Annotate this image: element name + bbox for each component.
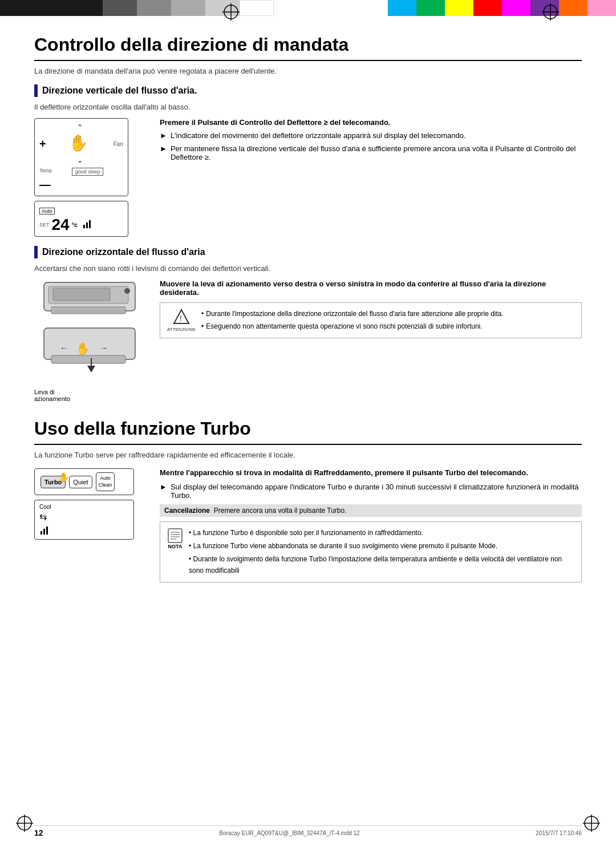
hand-swipe-icon: ✋ (66, 132, 94, 155)
svg-rect-22 (53, 288, 110, 301)
subsection2-content: ← → ✋ Leva di azionamento Muovere la lev… (34, 280, 582, 402)
instruction-text-1: L'indicatore del movimento del deflettor… (171, 131, 466, 140)
section2-intro: La funzione Turbo serve per raffreddare … (34, 451, 582, 459)
subsection1-instructions: Premere il Pulsante di Controllo del Def… (160, 118, 582, 166)
turbo-remote-box: Turbo ✋ Quiet Auto Clean (34, 468, 134, 495)
nota-icon (167, 528, 183, 544)
subsection1-bar (34, 84, 38, 97)
warning-item-2: •Eseguendo non attentamente questa opera… (201, 321, 504, 331)
warning-content: •Durante l'impostazione della direzione … (201, 309, 504, 331)
nota-item-1: • La funzione Turbo è disponibile solo p… (189, 528, 574, 539)
section2-instruction-bold: Mentre l'apparecchio si trova in modalit… (160, 468, 582, 477)
warning-box: ! ATTENZIONE •Durante l'impostazione del… (160, 302, 582, 338)
svg-rect-14 (86, 222, 88, 228)
attenzione-label: ATTENZIONE (167, 327, 196, 332)
quiet-button: Quiet (69, 476, 92, 488)
remote-illustration: + ⌃ ✋ ⌄ Fan Temp good sleep (34, 118, 148, 237)
chevron-down-icon: ⌄ (77, 156, 83, 164)
cool-mode-label: Cool (39, 504, 129, 510)
auto-label: Auto (39, 208, 55, 214)
cancellazione-bar: Cancellazione Premere ancora una volta i… (160, 504, 582, 517)
subsection2-header: Direzione orizzontale del flusso d'aria (34, 246, 582, 258)
file-info: Boracay EUR_AQ09T&U@_IBIM_32447A_IT-4.in… (219, 830, 359, 836)
section2-text-1: Sul display del telecomando appare l'ind… (171, 483, 582, 500)
registration-mark-top-right (542, 3, 559, 21)
arrow-icon-2: ► (160, 144, 167, 153)
good-sleep-badge: good sleep (72, 168, 103, 176)
ac-illustration: ← → ✋ Leva di azionamento (34, 280, 148, 402)
instruction-item-1: ► L'indicatore del movimento del deflett… (160, 131, 582, 140)
subsection1-content: + ⌃ ✋ ⌄ Fan Temp good sleep (34, 118, 582, 237)
svg-text:✋: ✋ (76, 342, 90, 355)
warning-triangle-icon: ! (173, 309, 190, 326)
section2-content: Turbo ✋ Quiet Auto Clean Cool ⇆ (34, 468, 582, 582)
section2-title: Uso della funzione Turbo (34, 418, 582, 445)
instruction-bold-1: Premere il Pulsante di Controllo del Def… (160, 118, 582, 127)
section2-item-1: ► Sul display del telecomando appare l'i… (160, 483, 582, 500)
main-content: Controllo della direzione di mandata La … (34, 23, 582, 819)
nota-item-3: • Durante lo svolgimento della funzione … (189, 554, 574, 576)
section1-intro: La direzione di mandata dell'aria può ve… (34, 67, 582, 75)
page-footer: 12 Boracay EUR_AQ09T&U@_IBIM_32447A_IT-4… (34, 825, 582, 837)
date-stamp: 2015/7/7 17:10:46 (536, 830, 582, 836)
nota-label: NOTA (168, 544, 183, 549)
ac-hand-svg: ← → ✋ (43, 327, 140, 384)
turbo-remote-illustration: Turbo ✋ Quiet Auto Clean Cool ⇆ (34, 468, 148, 540)
color-bar-top (0, 0, 616, 16)
cancellazione-label: Cancellazione (164, 507, 210, 515)
remote-control-box: + ⌃ ✋ ⌄ Fan Temp good sleep (34, 118, 128, 196)
minus-button: — (39, 178, 51, 191)
arrow-icon-1: ► (160, 131, 167, 140)
turbo-signal-icon (39, 524, 51, 536)
signal-icon (82, 218, 94, 232)
svg-point-21 (124, 288, 130, 294)
cancellazione-text: Premere ancora una volta il pulsante Tur… (214, 507, 347, 515)
set-label: SET (39, 222, 50, 228)
leva-label: Leva di azionamento (34, 388, 148, 402)
subsection1-desc: Il deflettore orizzontale oscilla dall'a… (34, 103, 582, 111)
svg-marker-29 (87, 366, 95, 373)
registration-mark-top-left (222, 3, 240, 21)
fan-label: Fan (114, 141, 123, 147)
temperature-display: 24 (52, 217, 70, 233)
ac-unit-svg (43, 280, 140, 322)
remote-display: Auto SET 24 °c (34, 201, 128, 237)
turbo-arrow-icon: ⇆ (39, 511, 129, 522)
temp-label: Temp (39, 168, 52, 176)
instruction-item-2: ► Per mantenere fissa la direzione verti… (160, 144, 582, 161)
svg-rect-13 (83, 225, 85, 228)
svg-rect-34 (46, 527, 48, 535)
registration-mark-bottom-right (583, 815, 600, 832)
subsection2-title: Direzione orizzontale del flusso d'aria (42, 247, 205, 257)
svg-text:←: ← (60, 343, 68, 353)
section1-title: Controllo della direzione di mandata (34, 34, 582, 61)
registration-mark-bottom-left (16, 815, 33, 832)
nota-item-2: • La funzione Turbo viene abbandonata se… (189, 541, 574, 552)
nota-box: NOTA • La funzione Turbo è disponibile s… (160, 521, 582, 582)
instruction-text-2: Per mantenere fissa la direzione vertica… (171, 144, 582, 161)
subsection1-title: Direzione verticale del flusso d'aria. (42, 86, 197, 96)
svg-rect-15 (89, 220, 91, 228)
nota-items: • La funzione Turbo è disponibile solo p… (189, 528, 574, 576)
svg-rect-35 (168, 529, 182, 543)
svg-rect-24 (51, 355, 125, 363)
chevron-up-icon: ⌃ (77, 123, 83, 131)
svg-rect-32 (40, 531, 42, 535)
subsection2-instruction-bold: Muovere la leva di azionamento verso des… (160, 280, 582, 297)
warning-item-1: •Durante l'impostazione della direzione … (201, 309, 504, 319)
svg-text:✋: ✋ (68, 133, 88, 152)
turbo-display-box: Cool ⇆ (34, 500, 134, 540)
auto-clean-button: Auto Clean (96, 472, 115, 491)
svg-text:→: → (100, 343, 108, 353)
svg-rect-33 (43, 529, 45, 535)
page-number: 12 (34, 828, 43, 837)
turbo-button: Turbo ✋ (40, 476, 66, 488)
section2-instructions: Mentre l'apparecchio si trova in modalit… (160, 468, 582, 582)
temp-unit: °c (72, 221, 78, 228)
arrow-icon-3: ► (160, 483, 167, 491)
subsection2-desc: Accertarsi che non siano rotti i levismi… (34, 264, 582, 273)
svg-text:!: ! (180, 314, 182, 323)
plus-button: + (39, 137, 46, 151)
subsection1-header: Direzione verticale del flusso d'aria. (34, 84, 582, 97)
subsection2-bar (34, 246, 38, 258)
